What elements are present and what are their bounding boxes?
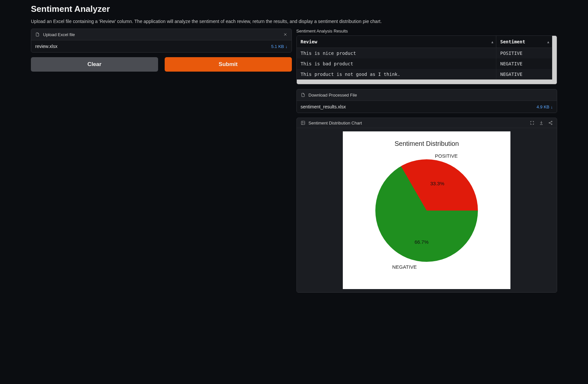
download-icon: ↓ xyxy=(551,104,553,109)
cell-review: This product is not good as I think. xyxy=(297,69,496,79)
cell-sentiment: NEGATIVE xyxy=(496,69,552,79)
download-icon: ↓ xyxy=(285,44,288,49)
uploaded-file-name: review.xlsx xyxy=(35,44,268,49)
table-row: This is nice product POSITIVE xyxy=(297,48,552,59)
clear-button[interactable]: Clear xyxy=(31,57,158,72)
svg-point-1 xyxy=(302,122,303,123)
results-table: Review ▲ Sentiment ▲ Th xyxy=(296,35,557,84)
upload-panel: Upload Excel file review.xlsx 5.1 KB ↓ xyxy=(31,29,292,53)
download-label: Download Processed File xyxy=(309,93,357,98)
uploaded-file-size: 5.1 KB xyxy=(271,44,284,49)
page-title: Sentiment Analyzer xyxy=(31,4,557,14)
chart-panel: Sentiment Distribution Chart Sentim xyxy=(296,118,557,293)
slice-label-negative: 66.7% xyxy=(414,239,429,245)
fullscreen-icon[interactable] xyxy=(529,120,535,126)
category-label-positive: POSITIVE xyxy=(435,153,458,159)
cell-review: This is nice product xyxy=(297,48,496,59)
image-icon xyxy=(300,120,306,126)
cell-review: This is bad product xyxy=(297,58,496,69)
download-panel: Download Processed File sentiment_result… xyxy=(296,89,557,113)
submit-button[interactable]: Submit xyxy=(165,57,292,72)
sort-icon: ▲ xyxy=(491,40,493,44)
cell-sentiment: POSITIVE xyxy=(496,48,552,59)
chart-label: Sentiment Distribution Chart xyxy=(309,121,362,125)
cell-sentiment: NEGATIVE xyxy=(496,58,552,69)
download-file-name: sentiment_results.xlsx xyxy=(301,104,533,109)
column-header-review[interactable]: Review ▲ xyxy=(297,36,496,48)
file-icon xyxy=(300,92,306,98)
uploaded-file-download[interactable]: 5.1 KB ↓ xyxy=(271,44,288,49)
download-file-size: 4.9 KB xyxy=(536,104,549,109)
results-table-scroll[interactable]: Review ▲ Sentiment ▲ Th xyxy=(297,36,557,79)
pie-slices xyxy=(375,159,478,262)
category-label-negative: NEGATIVE xyxy=(392,264,417,270)
table-row: This product is not good as I think. NEG… xyxy=(297,69,552,79)
file-icon xyxy=(35,32,40,37)
slice-label-positive: 33.3% xyxy=(430,181,444,186)
page-subtitle: Upload an Excel file containing a 'Revie… xyxy=(31,19,557,24)
download-file-link[interactable]: 4.9 KB ↓ xyxy=(536,104,553,109)
column-header-sentiment[interactable]: Sentiment ▲ xyxy=(496,36,552,48)
upload-label: Upload Excel file xyxy=(43,32,75,37)
results-label: Sentiment Analysis Results xyxy=(296,29,557,34)
share-icon[interactable] xyxy=(548,120,553,126)
close-icon[interactable] xyxy=(282,32,288,37)
chart-title: Sentiment Distribution xyxy=(343,140,510,147)
sort-icon: ▲ xyxy=(547,40,549,44)
horizontal-scrollbar[interactable] xyxy=(297,79,557,84)
download-image-icon[interactable] xyxy=(538,120,544,126)
table-row: This is bad product NEGATIVE xyxy=(297,58,552,69)
pie-chart: Sentiment Distribution 33.3% 66.7% POSIT… xyxy=(343,131,510,289)
